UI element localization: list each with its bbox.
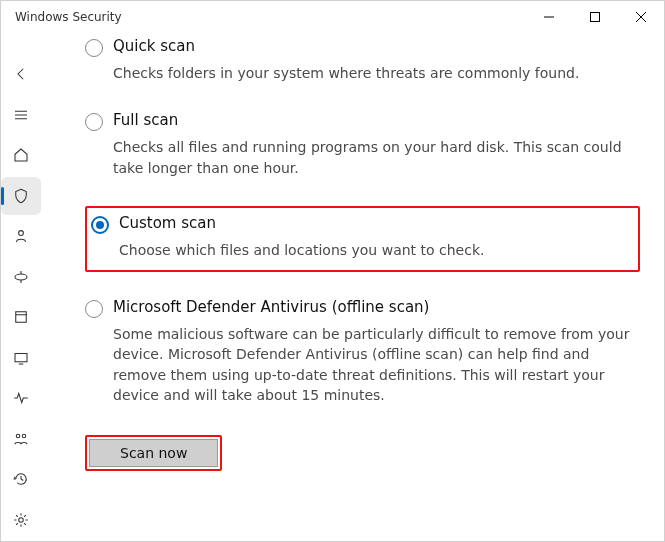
option-description: Checks all files and running programs on… [113,137,640,178]
option-description: Checks folders in your system where thre… [113,63,640,83]
svg-rect-0 [591,13,600,22]
option-full-scan[interactable]: Full scan Checks all files and running p… [85,111,640,178]
device-security-icon[interactable] [1,339,41,378]
option-description: Some malicious software can be particula… [113,324,640,405]
option-quick-scan[interactable]: Quick scan Checks folders in your system… [85,37,640,83]
back-button[interactable] [1,55,41,94]
minimize-button[interactable] [526,1,572,33]
hamburger-menu-icon[interactable] [1,96,41,135]
radio-full-scan[interactable] [85,113,103,131]
account-icon[interactable] [1,217,41,256]
svg-point-6 [19,518,24,523]
option-description: Choose which files and locations you wan… [119,240,630,260]
family-icon[interactable] [1,420,41,459]
app-browser-icon[interactable] [1,298,41,337]
highlight-custom-scan: Custom scan Choose which files and locat… [85,206,640,272]
shield-icon[interactable] [1,177,41,216]
svg-point-5 [22,434,25,437]
main-content: Quick scan Checks folders in your system… [41,33,664,541]
option-title: Microsoft Defender Antivirus (offline sc… [113,298,640,316]
radio-quick-scan[interactable] [85,39,103,57]
titlebar: Windows Security [1,1,664,33]
option-title: Quick scan [113,37,640,55]
svg-rect-2 [16,312,27,323]
svg-point-1 [19,231,24,236]
history-icon[interactable] [1,460,41,499]
firewall-icon[interactable] [1,258,41,297]
close-button[interactable] [618,1,664,33]
svg-point-4 [16,434,19,437]
sidebar [1,33,41,541]
maximize-button[interactable] [572,1,618,33]
device-performance-icon[interactable] [1,379,41,418]
option-offline-scan[interactable]: Microsoft Defender Antivirus (offline sc… [85,298,640,405]
home-icon[interactable] [1,136,41,175]
radio-custom-scan[interactable] [91,216,109,234]
settings-icon[interactable] [1,501,41,540]
option-title: Custom scan [119,214,630,232]
radio-offline-scan[interactable] [85,300,103,318]
window-title: Windows Security [15,10,122,24]
svg-rect-3 [15,353,27,361]
option-custom-scan[interactable]: Custom scan Choose which files and locat… [91,214,630,260]
scan-now-button[interactable]: Scan now [89,439,218,467]
option-title: Full scan [113,111,640,129]
highlight-scan-now: Scan now [85,435,222,471]
